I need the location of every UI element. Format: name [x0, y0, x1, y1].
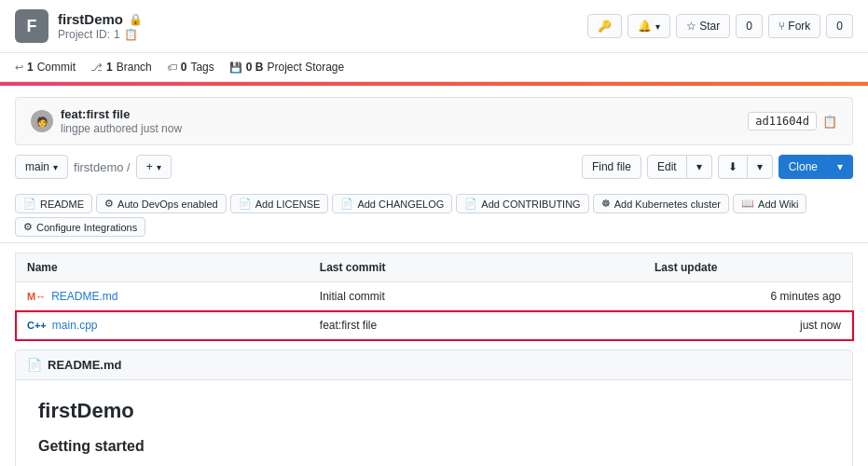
download-button-group: ⬇ ▾ — [718, 155, 773, 179]
add-file-button[interactable]: + ▾ — [136, 155, 172, 179]
suggestion-label-1: Auto DevOps enabled — [117, 199, 218, 210]
branches-stat: ⎇ 1 Branch — [90, 61, 152, 74]
commits-stat: ↩ 1 Commit — [15, 61, 76, 74]
branches-count: 1 — [106, 61, 113, 74]
readme-section: 📄 README.md firstDemo Getting started To… — [15, 350, 853, 466]
commits-label: Commit — [37, 61, 76, 74]
suggestion-label-2: Add LICENSE — [255, 199, 321, 210]
commit-hash-area: ad11604d 📋 — [748, 112, 837, 130]
project-info: firstDemo 🔒 Project ID: 1 📋 — [58, 11, 587, 41]
suggestion-label-4: Add CONTRIBUTING — [481, 199, 580, 210]
progress-bar-fill — [0, 82, 868, 86]
project-name-text: firstDemo — [58, 11, 123, 27]
suggestion-label-0: README — [40, 199, 84, 210]
project-avatar: F — [15, 9, 48, 43]
clone-button[interactable]: Clone — [778, 155, 828, 179]
file-type-icon-1: C++ — [27, 320, 47, 331]
branch-left: main ▾ firstdemo / + ▾ — [15, 155, 172, 179]
storage-stat: 💾 0 B Project Storage — [229, 61, 344, 74]
suggestion-btn-6[interactable]: 📖Add Wiki — [733, 194, 806, 213]
readme-body: firstDemo Getting started To make it eas… — [16, 380, 852, 466]
branch-nav: main ▾ firstdemo / + ▾ Find file Edit ▾ … — [0, 145, 868, 188]
readme-getting-started-heading: Getting started — [38, 438, 830, 455]
table-row: C++ main.cpp feat:first file just now — [16, 311, 853, 340]
commit-author: lingpe authored just now — [61, 122, 182, 135]
file-link-1[interactable]: main.cpp — [52, 319, 98, 332]
progress-bar-container — [0, 82, 868, 86]
commits-count: 1 — [27, 61, 34, 74]
clone-button-group: Clone ▾ — [778, 155, 853, 179]
copy-hash-icon[interactable]: 📋 — [822, 115, 837, 129]
suggestion-label-7: Configure Integrations — [36, 222, 137, 233]
add-label: + — [146, 160, 153, 173]
suggestion-btn-2[interactable]: 📄Add LICENSE — [230, 194, 329, 213]
add-caret: ▾ — [157, 162, 161, 172]
fork-count-badge[interactable]: 0 — [826, 14, 853, 38]
fork-button[interactable]: ⑂ Fork — [768, 14, 820, 38]
suggestion-btn-5[interactable]: ☸Add Kubernetes cluster — [593, 194, 729, 213]
suggestion-btn-4[interactable]: 📄Add CONTRIBUTING — [456, 194, 588, 213]
clone-caret-button[interactable]: ▾ — [828, 155, 853, 179]
storage-icon: 💾 — [229, 62, 242, 74]
edit-button[interactable]: Edit — [647, 155, 687, 179]
tags-stat: 🏷 0 Tags — [167, 61, 214, 74]
find-file-button[interactable]: Find file — [582, 155, 641, 179]
branch-label: main — [25, 160, 49, 173]
readme-header-title: README.md — [48, 358, 121, 372]
star-button[interactable]: ☆ Star — [676, 14, 730, 38]
file-name-cell-0: M↔ README.md — [16, 282, 309, 311]
col-update-header: Last update — [643, 254, 853, 282]
copy-id-icon[interactable]: 📋 — [124, 28, 138, 41]
download-button[interactable]: ⬇ — [718, 155, 748, 179]
commit-message: feat:first file — [61, 107, 182, 121]
file-table: Name Last commit Last update M↔ README.m… — [15, 253, 853, 340]
branch-icon: ⎇ — [90, 62, 103, 74]
file-link-0[interactable]: README.md — [51, 290, 117, 303]
suggestion-btn-7[interactable]: ⚙Configure Integrations — [15, 217, 145, 237]
suggestion-icon-4: 📄 — [464, 198, 477, 210]
col-commit-header: Last commit — [309, 254, 643, 282]
tag-icon: 🏷 — [167, 62, 177, 73]
col-name-header: Name — [16, 254, 309, 282]
download-caret-button[interactable]: ▾ — [748, 155, 773, 179]
stats-bar: ↩ 1 Commit ⎇ 1 Branch 🏷 0 Tags 💾 0 B Pro… — [0, 53, 868, 82]
branch-actions: Find file Edit ▾ ⬇ ▾ Clone ▾ — [582, 155, 853, 179]
suggestion-icon-2: 📄 — [239, 198, 252, 210]
storage-label: Project Storage — [267, 61, 344, 74]
commit-info-left: 🧑 feat:first file lingpe authored just n… — [31, 107, 182, 135]
project-id: Project ID: 1 📋 — [58, 28, 587, 41]
tags-count: 0 — [181, 61, 187, 74]
project-id-value: 1 — [114, 28, 120, 41]
notifications-button[interactable]: 🔔 ▾ — [627, 14, 670, 38]
suggestion-label-6: Add Wiki — [758, 199, 798, 210]
branch-selector[interactable]: main ▾ — [15, 155, 68, 179]
ssh-button[interactable]: 🔑 — [587, 14, 622, 38]
commit-details: feat:first file lingpe authored just now — [61, 107, 182, 135]
suggestion-icon-1: ⚙ — [104, 198, 114, 210]
star-count-badge[interactable]: 0 — [736, 14, 763, 38]
project-id-label: Project ID: — [58, 28, 110, 41]
readme-title: firstDemo — [38, 399, 830, 423]
file-update-1: just now — [643, 311, 853, 340]
user-avatar: 🧑 — [31, 110, 53, 132]
commit-hash[interactable]: ad11604d — [748, 112, 817, 130]
storage-size: 0 B — [246, 61, 264, 74]
tags-label: Tags — [190, 61, 214, 74]
breadcrumb-path: firstdemo / — [74, 160, 131, 174]
branch-caret: ▾ — [53, 162, 58, 172]
suggestion-icon-6: 📖 — [741, 198, 754, 210]
file-name-cell-1: C++ main.cpp — [16, 311, 309, 340]
file-update-0: 6 minutes ago — [643, 282, 853, 311]
project-name: firstDemo 🔒 — [58, 11, 587, 27]
edit-caret-button[interactable]: ▾ — [687, 155, 712, 179]
suggestion-btn-1[interactable]: ⚙Auto DevOps enabled — [96, 194, 227, 213]
suggestion-btn-0[interactable]: 📄README — [15, 194, 92, 213]
readme-file-icon: 📄 — [27, 358, 42, 372]
suggestion-icon-7: ⚙ — [23, 221, 33, 233]
readme-header: 📄 README.md — [16, 350, 852, 380]
file-commit-0: Initial commit — [309, 282, 643, 311]
branches-label: Branch — [117, 61, 152, 74]
suggestion-btn-3[interactable]: 📄Add CHANGELOG — [332, 194, 452, 213]
commit-info-bar: 🧑 feat:first file lingpe authored just n… — [15, 97, 853, 145]
file-commit-1: feat:first file — [309, 311, 643, 340]
